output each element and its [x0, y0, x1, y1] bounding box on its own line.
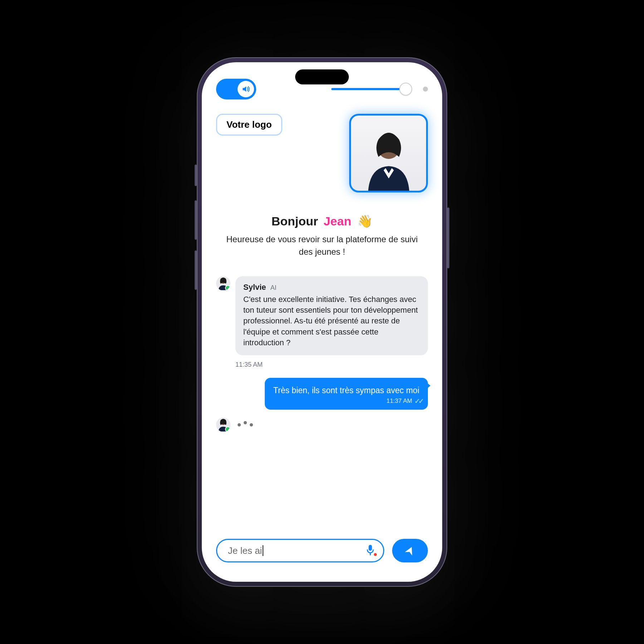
- person-icon: [218, 418, 229, 432]
- top-bar: [202, 62, 442, 103]
- message-input[interactable]: Je les ai: [216, 539, 384, 562]
- text-cursor: [263, 545, 263, 556]
- typing-dots-icon: [238, 423, 253, 426]
- header-row: Votre logo: [202, 103, 442, 192]
- ai-avatar[interactable]: [216, 276, 230, 291]
- logo-placeholder[interactable]: Votre logo: [216, 114, 282, 136]
- svg-rect-3: [369, 545, 372, 551]
- user-message-time: 11:37 AM: [386, 397, 412, 405]
- greeting-name: Jean: [323, 214, 351, 228]
- message-user: Très bien, ils sont très sympas avec moi…: [216, 378, 428, 410]
- send-icon: [405, 545, 415, 556]
- user-message-bubble: Très bien, ils sont très sympas avec moi…: [265, 378, 428, 410]
- phone-side-button: [195, 200, 197, 240]
- ai-avatar[interactable]: [216, 418, 230, 432]
- ai-sender-tag: AI: [270, 284, 277, 291]
- sound-toggle[interactable]: [216, 79, 256, 99]
- typing-indicator: [216, 418, 428, 432]
- ai-message-bubble: Sylvie AI C'est une excellente initiativ…: [235, 276, 428, 356]
- speaker-icon: [241, 84, 250, 94]
- phone-side-button: [447, 208, 449, 268]
- wave-icon: 👋: [357, 214, 372, 228]
- sound-toggle-knob: [238, 81, 254, 97]
- ai-message-body: C'est une excellente initiative. Tes éch…: [243, 294, 420, 348]
- read-receipt-icon: ✓✓: [414, 396, 422, 406]
- phone-side-button: [195, 250, 197, 290]
- logo-label: Votre logo: [226, 119, 272, 130]
- phone-frame: Votre logo Bonjour Jean 👋 Heureuse de vo…: [197, 57, 447, 587]
- message-ai: Sylvie AI C'est une excellente initiativ…: [216, 276, 428, 356]
- send-button[interactable]: [392, 539, 428, 562]
- app-screen: Votre logo Bonjour Jean 👋 Heureuse de vo…: [202, 62, 442, 582]
- greeting-block: Bonjour Jean 👋 Heureuse de vous revoir s…: [202, 192, 442, 258]
- slider-knob[interactable]: [399, 83, 412, 96]
- ai-message-time: 11:35 AM: [235, 361, 428, 369]
- slider-track: [331, 88, 403, 90]
- assistant-video-avatar[interactable]: [349, 114, 428, 192]
- phone-side-button: [195, 165, 197, 186]
- ai-sender: Sylvie AI: [243, 283, 420, 292]
- message-input-value: Je les ai: [228, 545, 263, 556]
- recording-indicator-icon: [373, 552, 377, 557]
- greeting-hello: Bonjour: [272, 214, 318, 228]
- greeting-title: Bonjour Jean 👋: [223, 214, 421, 228]
- composer-row: Je les ai: [202, 530, 442, 582]
- ai-sender-name: Sylvie: [243, 283, 266, 292]
- person-icon: [218, 277, 229, 291]
- volume-slider[interactable]: [331, 83, 428, 96]
- overflow-menu-icon[interactable]: [423, 87, 428, 92]
- composer-text: Je les ai: [228, 545, 262, 556]
- messages-list[interactable]: Sylvie AI C'est une excellente initiativ…: [202, 258, 442, 530]
- user-message-body: Très bien, ils sont très sympas avec moi: [273, 386, 419, 395]
- microphone-button[interactable]: [365, 544, 376, 557]
- greeting-subtitle: Heureuse de vous revoir sur la plateform…: [223, 233, 421, 258]
- person-icon: [362, 129, 415, 191]
